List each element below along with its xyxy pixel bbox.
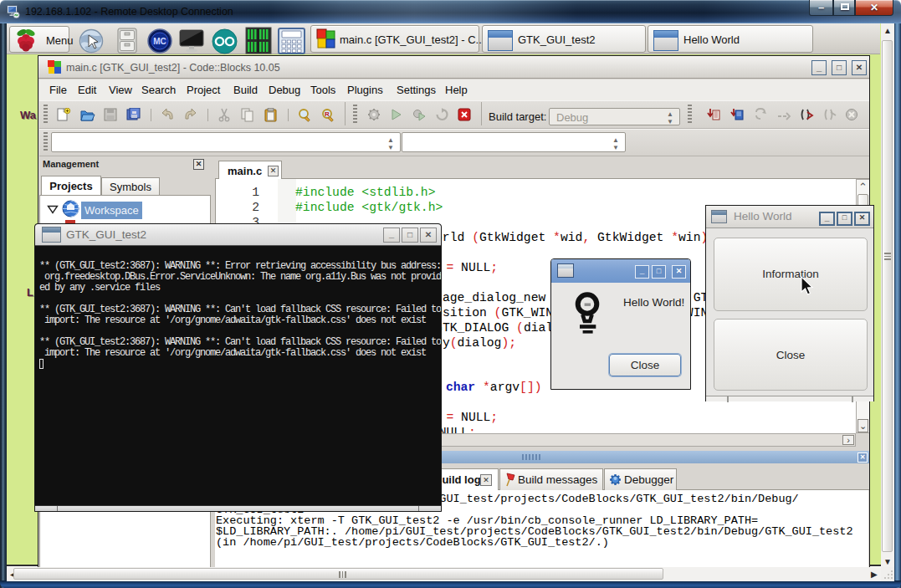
svg-text:R: R (325, 110, 330, 118)
svg-text:MC: MC (153, 37, 166, 46)
